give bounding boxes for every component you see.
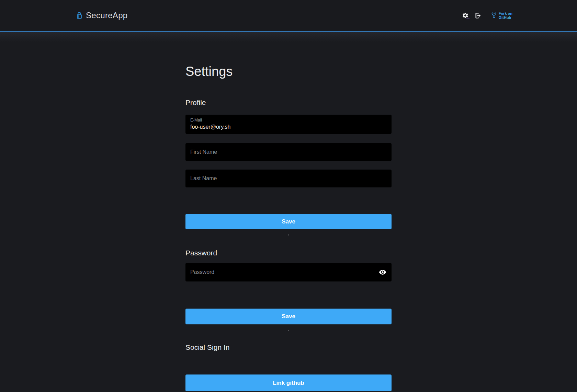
brand-title: SecureApp: [86, 11, 127, 20]
password-heading: Password: [185, 248, 392, 257]
navbar: SecureApp: [0, 0, 577, 32]
profile-message-dot: [288, 234, 289, 235]
password-input[interactable]: [185, 263, 392, 281]
toggle-password-visibility-button[interactable]: [378, 268, 387, 277]
profile-heading: Profile: [185, 98, 392, 107]
social-sign-in-section: Social Sign In Link github: [185, 343, 392, 391]
profile-section: Profile E-Mail Save: [185, 98, 392, 235]
password-section: Password Save: [185, 248, 392, 331]
profile-save-button[interactable]: Save: [185, 214, 392, 229]
fork-on-github-link[interactable]: Fork on GitHub: [491, 11, 512, 20]
eye-icon: [379, 268, 386, 276]
brand-logo[interactable]: SecureApp: [76, 11, 127, 20]
page-title: Settings: [185, 63, 392, 80]
email-label: E-Mail: [190, 118, 387, 123]
social-sign-in-heading: Social Sign In: [185, 343, 392, 352]
password-message-dot: [288, 330, 289, 331]
navbar-actions: Fork on GitHub: [462, 11, 512, 20]
fork-on-github-label: Fork on GitHub: [499, 11, 512, 20]
last-name-input[interactable]: [185, 170, 392, 187]
navbar-glow: [0, 32, 577, 42]
lock-icon: [76, 11, 82, 20]
logout-icon: [474, 12, 482, 19]
settings-page: Settings Profile E-Mail Save Password Sa…: [185, 63, 392, 391]
cursor-dash: [466, 19, 469, 19]
logout-button[interactable]: [474, 11, 482, 20]
email-field[interactable]: E-Mail: [185, 115, 392, 134]
email-input[interactable]: [190, 123, 387, 131]
fork-icon: [491, 12, 497, 19]
gear-icon: [462, 12, 469, 19]
password-field[interactable]: [185, 263, 392, 281]
link-github-button[interactable]: Link github: [185, 374, 392, 391]
password-save-button[interactable]: Save: [185, 309, 392, 324]
settings-gear-button[interactable]: [462, 11, 469, 20]
first-name-input[interactable]: [185, 143, 392, 161]
